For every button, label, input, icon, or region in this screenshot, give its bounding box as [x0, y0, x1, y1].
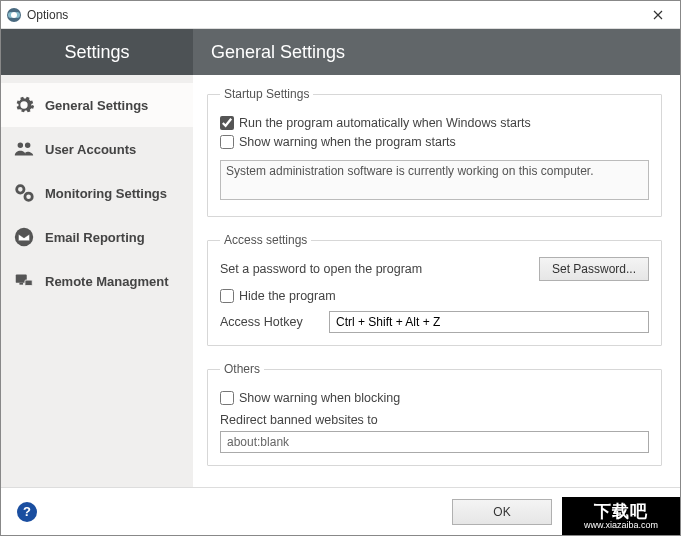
- run-auto-checkbox[interactable]: [220, 116, 234, 130]
- hotkey-label: Access Hotkey: [220, 315, 315, 329]
- hide-program-checkbox[interactable]: [220, 289, 234, 303]
- users-icon: [13, 138, 35, 160]
- others-group: Others Show warning when blocking Redire…: [207, 362, 662, 466]
- set-password-button[interactable]: Set Password...: [539, 257, 649, 281]
- content-area: Startup Settings Run the program automat…: [193, 75, 680, 487]
- svg-point-1: [25, 193, 32, 200]
- access-settings-group: Access settings Set a password to open t…: [207, 233, 662, 346]
- show-warning-label[interactable]: Show warning when the program starts: [220, 135, 456, 149]
- close-icon: [653, 10, 663, 20]
- hotkey-input[interactable]: [329, 311, 649, 333]
- help-icon[interactable]: ?: [17, 502, 37, 522]
- window-title: Options: [27, 8, 642, 22]
- access-legend: Access settings: [220, 233, 311, 247]
- cancel-button[interactable]: Cancel: [564, 499, 664, 525]
- gears-icon: [13, 182, 35, 204]
- startup-legend: Startup Settings: [220, 87, 313, 101]
- gear-icon: [13, 94, 35, 116]
- email-icon: [13, 226, 35, 248]
- page-title: General Settings: [193, 29, 680, 75]
- sidebar-item-label: Email Reporting: [45, 230, 145, 245]
- sidebar-item-label: User Accounts: [45, 142, 136, 157]
- startup-settings-group: Startup Settings Run the program automat…: [207, 87, 662, 217]
- hide-program-label[interactable]: Hide the program: [220, 289, 336, 303]
- sidebar-item-user-accounts[interactable]: User Accounts: [1, 127, 193, 171]
- sidebar-item-label: General Settings: [45, 98, 148, 113]
- svg-point-0: [17, 186, 24, 193]
- show-block-warning-checkbox[interactable]: [220, 391, 234, 405]
- sidebar-item-monitoring-settings[interactable]: Monitoring Settings: [1, 171, 193, 215]
- sidebar-header: Settings: [1, 29, 193, 75]
- sidebar-item-label: Monitoring Settings: [45, 186, 167, 201]
- header: Settings General Settings: [1, 29, 680, 75]
- sidebar-item-remote-management[interactable]: Remote Managment: [1, 259, 193, 303]
- sidebar-item-label: Remote Managment: [45, 274, 169, 289]
- show-block-warning-label[interactable]: Show warning when blocking: [220, 391, 400, 405]
- dialog-footer: ? OK Cancel: [1, 487, 680, 535]
- sidebar-item-email-reporting[interactable]: Email Reporting: [1, 215, 193, 259]
- redirect-url-input[interactable]: [220, 431, 649, 453]
- svg-rect-4: [25, 280, 32, 286]
- titlebar: Options: [1, 1, 680, 29]
- set-password-label: Set a password to open the program: [220, 262, 422, 276]
- ok-button[interactable]: OK: [452, 499, 552, 525]
- svg-rect-5: [19, 283, 23, 285]
- app-icon: [7, 8, 21, 22]
- sidebar-item-general-settings[interactable]: General Settings: [1, 83, 193, 127]
- close-button[interactable]: [642, 1, 674, 28]
- warning-text-input[interactable]: [220, 160, 649, 200]
- others-legend: Others: [220, 362, 264, 376]
- show-warning-checkbox[interactable]: [220, 135, 234, 149]
- remote-icon: [13, 270, 35, 292]
- svg-point-2: [15, 228, 33, 246]
- run-auto-label[interactable]: Run the program automatically when Windo…: [220, 116, 531, 130]
- redirect-label: Redirect banned websites to: [220, 413, 649, 427]
- sidebar: General Settings User Accounts Monitorin…: [1, 75, 193, 487]
